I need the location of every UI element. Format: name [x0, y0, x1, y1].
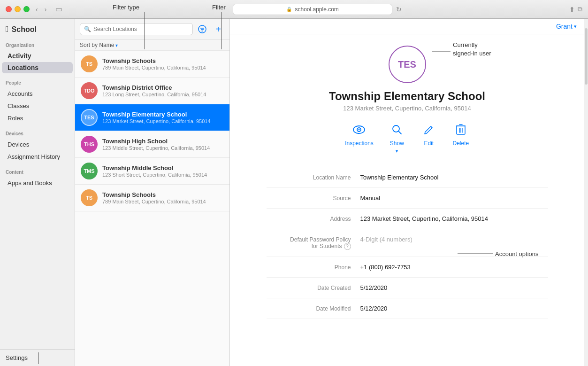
- sidebar-toggle-button[interactable]: ▭: [53, 4, 65, 15]
- field-value: Township Elementary School: [360, 174, 548, 181]
- detail-actions: Inspections Show ▾: [345, 121, 469, 154]
- edit-label: Edit: [424, 140, 434, 147]
- sidebar-item-settings[interactable]: Settings: [0, 349, 75, 366]
- reload-button[interactable]: ↻: [396, 6, 402, 13]
- address-bar: 🔒 school.apple.com ↻: [69, 4, 565, 15]
- search-input[interactable]: [93, 26, 189, 32]
- scrollbar[interactable]: [584, 19, 588, 366]
- search-box[interactable]: 🔍: [80, 23, 193, 35]
- svg-point-6: [359, 129, 360, 131]
- field-row: Date Created5/12/2020: [267, 278, 548, 298]
- sort-toggle[interactable]: ▾: [115, 43, 118, 48]
- inspections-label: Inspections: [345, 140, 374, 147]
- location-avatar: TS: [81, 55, 98, 72]
- location-name: Township Schools: [102, 57, 224, 64]
- show-chevron-icon: ▾: [396, 148, 398, 154]
- close-button[interactable]: [6, 6, 12, 12]
- sidebar-header:  School: [0, 19, 75, 38]
- url-input[interactable]: 🔒 school.apple.com: [233, 4, 392, 15]
- sidebar-item-accounts[interactable]: Accounts: [2, 88, 73, 100]
- location-item[interactable]: TDOTownship District Office123 Long Stre…: [75, 78, 229, 104]
- field-label: Phone: [267, 264, 360, 271]
- search-icon: 🔍: [84, 26, 91, 32]
- user-menu-button[interactable]: Grant ▾: [556, 23, 577, 30]
- location-info: Township Middle School123 Short Street, …: [102, 164, 224, 178]
- field-value: +1 (800) 692-7753: [360, 264, 548, 271]
- sidebar-item-activity[interactable]: Activity: [2, 50, 73, 62]
- sidebar-item-locations[interactable]: Locations: [2, 62, 73, 73]
- help-icon[interactable]: ?: [344, 243, 351, 250]
- sidebar-content-section: Content Apps and Books: [0, 165, 75, 191]
- field-label: Address: [267, 215, 360, 222]
- location-address: 123 Middle Street, Cupertino, California…: [102, 145, 224, 151]
- field-value: 5/12/2020: [360, 305, 548, 312]
- location-item[interactable]: TMSTownship Middle School123 Short Stree…: [75, 158, 229, 185]
- location-address: 123 Short Street, Cupertino, California,…: [102, 172, 224, 178]
- sidebar-organization-section: Organization Activity Locations: [0, 38, 75, 76]
- field-label: Location Name: [267, 174, 360, 181]
- sidebar:  School Organization Activity Locations…: [0, 19, 75, 366]
- sidebar-spacer: [0, 191, 75, 349]
- field-value: 5/12/2020: [360, 284, 548, 291]
- location-avatar: TES: [81, 109, 98, 126]
- field-label: Date Created: [267, 284, 360, 291]
- field-label: Default Password Policyfor Students?: [267, 236, 360, 250]
- location-item[interactable]: THSTownship High School123 Middle Street…: [75, 131, 229, 158]
- minimize-button[interactable]: [15, 6, 21, 12]
- filter-icon: [198, 24, 207, 34]
- filter-button[interactable]: [196, 23, 209, 36]
- location-name: Township Schools: [102, 191, 224, 198]
- share-button[interactable]: ⬆: [569, 6, 575, 13]
- location-avatar: TMS: [81, 163, 98, 179]
- maximize-button[interactable]: [23, 6, 30, 12]
- field-row: Default Password Policyfor Students?4-Di…: [267, 229, 548, 257]
- eye-icon: [351, 121, 367, 138]
- list-panel: 🔍 +: [75, 19, 230, 366]
- sidebar-item-apps-books[interactable]: Apps and Books: [2, 177, 73, 189]
- sidebar-item-classes[interactable]: Classes: [2, 100, 73, 112]
- detail-title: Township Elementary School: [329, 90, 485, 103]
- devices-section-label: Devices: [0, 130, 75, 138]
- show-label: Show: [390, 140, 404, 147]
- content-section-label: Content: [0, 169, 75, 177]
- sort-label: Sort by Name: [80, 42, 114, 48]
- delete-action[interactable]: Delete: [452, 121, 469, 147]
- forward-button[interactable]: ›: [42, 5, 49, 14]
- nav-buttons: ‹ ›: [33, 5, 49, 14]
- traffic-lights: [6, 6, 30, 12]
- location-item[interactable]: TSTownship Schools789 Main Street, Cuper…: [75, 51, 229, 78]
- list-toolbar: 🔍 +: [75, 19, 229, 40]
- add-location-button[interactable]: +: [212, 23, 225, 36]
- field-value: 123 Market Street, Cupertino, California…: [360, 215, 548, 222]
- location-item[interactable]: TESTownship Elementary School123 Market …: [75, 104, 229, 131]
- location-address: 789 Main Street, Cupertino, California, …: [102, 65, 224, 70]
- location-info: Township District Office123 Long Street,…: [102, 84, 224, 97]
- sidebar-item-roles[interactable]: Roles: [2, 112, 73, 124]
- location-address: 123 Market Street, Cupertino, California…: [102, 118, 224, 124]
- pencil-icon: [420, 121, 437, 138]
- edit-action[interactable]: Edit: [420, 121, 437, 147]
- new-tab-button[interactable]: ⧉: [578, 5, 582, 13]
- location-name: Township Elementary School: [102, 111, 224, 118]
- detail-fields: Location NameTownship Elementary SchoolS…: [267, 167, 548, 319]
- field-label: Source: [267, 195, 360, 202]
- svg-line-8: [398, 132, 401, 134]
- location-item[interactable]: TSTownship Schools789 Main Street, Cuper…: [75, 185, 229, 211]
- sidebar-app-title: School: [12, 25, 37, 34]
- app-window:  School Organization Activity Locations…: [0, 19, 588, 366]
- location-address: 123 Long Street, Cupertino, California, …: [102, 92, 224, 97]
- detail-panel: Grant ▾ TES Township Elementary School 1…: [230, 19, 584, 366]
- delete-label: Delete: [453, 140, 469, 147]
- field-row: Date Modified5/12/2020: [267, 298, 548, 319]
- people-section-label: People: [0, 79, 75, 87]
- back-button[interactable]: ‹: [33, 5, 40, 14]
- sort-chevron-icon: ▾: [115, 43, 118, 48]
- sidebar-item-assignment-history[interactable]: Assignment History: [2, 151, 73, 163]
- sidebar-item-devices[interactable]: Devices: [2, 139, 73, 150]
- field-row: SourceManual: [267, 188, 548, 209]
- show-action[interactable]: Show ▾: [389, 121, 405, 154]
- inspections-action[interactable]: Inspections: [345, 121, 374, 147]
- scrollbar-thumb[interactable]: [585, 28, 588, 85]
- main-content: 🔍 +: [75, 19, 588, 366]
- user-label: Grant: [556, 23, 573, 30]
